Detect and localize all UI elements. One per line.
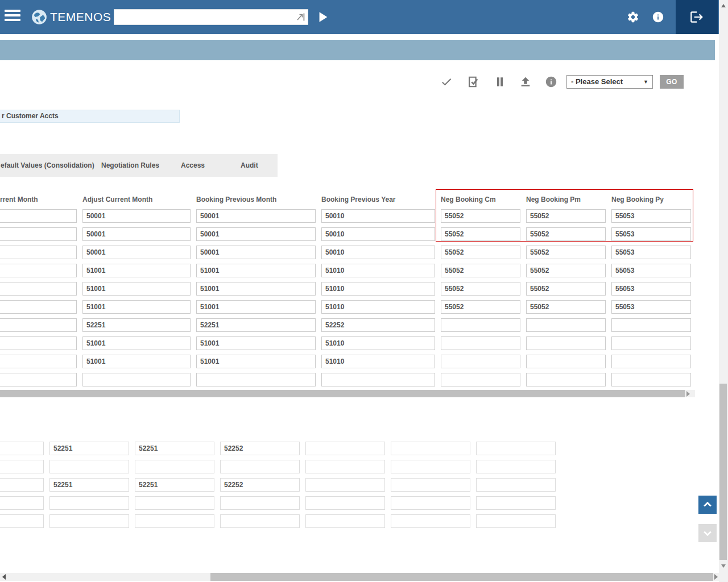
grid2-cell[interactable]	[0, 460, 44, 473]
play-icon[interactable]	[317, 10, 329, 24]
grid1-cell[interactable]	[441, 282, 520, 296]
command-search-input[interactable]	[114, 9, 308, 25]
grid1-cell[interactable]	[82, 336, 191, 350]
grid2-cell[interactable]	[391, 442, 470, 455]
hamburger-menu-button[interactable]	[5, 10, 22, 24]
grid1-cell[interactable]	[526, 264, 606, 277]
scroll-right-arrow-icon[interactable]	[686, 391, 690, 397]
grid1-cell[interactable]	[196, 264, 316, 277]
grid2-cell[interactable]	[135, 514, 214, 528]
grid2-cell[interactable]	[135, 496, 214, 510]
grid1-cell[interactable]	[321, 209, 435, 223]
grid2-cell[interactable]	[476, 514, 556, 528]
grid2-cell[interactable]	[135, 442, 214, 455]
grid1-cell[interactable]	[196, 336, 316, 350]
grid1-cell[interactable]	[611, 336, 691, 350]
info-icon[interactable]	[652, 11, 664, 23]
grid1-cell[interactable]	[0, 209, 77, 223]
grid1-cell[interactable]	[0, 300, 77, 314]
grid1-cell[interactable]	[611, 355, 691, 368]
grid1-cell[interactable]	[526, 282, 606, 296]
grid1-cell[interactable]	[196, 282, 316, 296]
grid1-cell[interactable]	[82, 227, 191, 241]
grid1-cell[interactable]	[0, 336, 77, 350]
grid2-cell[interactable]	[0, 514, 44, 528]
grid1-cell[interactable]	[611, 282, 691, 296]
grid2-cell[interactable]	[220, 442, 300, 455]
grid2-cell[interactable]	[49, 478, 129, 492]
grid1-cell[interactable]	[526, 373, 606, 386]
grid1-cell[interactable]	[611, 373, 691, 386]
grid1-cell[interactable]	[611, 246, 691, 259]
grid1-cell[interactable]	[82, 209, 191, 223]
grid1-cell[interactable]	[441, 227, 520, 241]
grid1-cell[interactable]	[526, 318, 606, 332]
grid1-cell[interactable]	[82, 282, 191, 296]
action-select-dropdown[interactable]: - Please Select ▼	[566, 75, 653, 89]
grid1-cell[interactable]	[611, 300, 691, 314]
grid1-cell[interactable]	[441, 300, 520, 314]
scroll-left-arrow-icon[interactable]	[2, 574, 6, 580]
grid1-cell[interactable]	[611, 264, 691, 277]
grid2-cell[interactable]	[305, 514, 385, 528]
grid2-cell[interactable]	[391, 478, 470, 492]
grid1-cell[interactable]	[321, 318, 435, 332]
grid1-cell[interactable]	[82, 246, 191, 259]
grid2-cell[interactable]	[476, 478, 556, 492]
scroll-right-arrow-icon[interactable]	[714, 574, 718, 580]
grid2-cell[interactable]	[220, 478, 300, 492]
grid1-cell[interactable]	[321, 300, 435, 314]
grid1-cell[interactable]	[196, 355, 316, 368]
scroll-up-arrow-icon[interactable]	[721, 4, 726, 7]
signout-button[interactable]	[676, 0, 718, 34]
grid1-cell[interactable]	[82, 355, 191, 368]
grid2-cell[interactable]	[49, 496, 129, 510]
tab-access[interactable]: Access	[181, 154, 205, 177]
hold-pause-icon[interactable]	[494, 76, 506, 88]
go-button[interactable]: GO	[660, 75, 684, 89]
grid1-cell[interactable]	[0, 282, 77, 296]
grid1-cell[interactable]	[441, 355, 520, 368]
grid1-cell[interactable]	[526, 300, 606, 314]
grid2-cell[interactable]	[305, 478, 385, 492]
grid1-cell[interactable]	[0, 264, 77, 277]
scrollbar-thumb[interactable]	[0, 390, 685, 397]
grid1-cell[interactable]	[526, 336, 606, 350]
grid2-cell[interactable]	[135, 460, 214, 473]
grid1-cell[interactable]	[441, 264, 520, 277]
grid1-cell[interactable]	[196, 318, 316, 332]
grid2-cell[interactable]	[305, 460, 385, 473]
validate-document-icon[interactable]	[467, 76, 479, 88]
tab-default-values[interactable]: efault Values (Consolidation)	[1, 154, 94, 177]
tab-negotiation-rules[interactable]: Negotiation Rules	[101, 154, 159, 177]
grid1-cell[interactable]	[196, 373, 316, 386]
grid2-cell[interactable]	[49, 442, 129, 455]
grid2-cell[interactable]	[391, 514, 470, 528]
grid1-cell[interactable]	[0, 355, 77, 368]
grid2-cell[interactable]	[220, 496, 300, 510]
grid1-cell[interactable]	[321, 373, 435, 386]
grid1-cell[interactable]	[526, 227, 606, 241]
grid1-cell[interactable]	[441, 336, 520, 350]
grid1-cell[interactable]	[611, 227, 691, 241]
grid2-cell[interactable]	[305, 496, 385, 510]
grid2-cell[interactable]	[391, 460, 470, 473]
grid1-cell[interactable]	[321, 264, 435, 277]
grid1-cell[interactable]	[0, 373, 77, 386]
grid1-cell[interactable]	[0, 227, 77, 241]
grid2-cell[interactable]	[0, 478, 44, 492]
grid1-cell[interactable]	[82, 264, 191, 277]
grid1-cell[interactable]	[196, 300, 316, 314]
grid2-cell[interactable]	[0, 442, 44, 455]
grid1-cell[interactable]	[526, 246, 606, 259]
grid1-cell[interactable]	[196, 209, 316, 223]
grid2-cell[interactable]	[476, 496, 556, 510]
scroll-down-arrow-icon[interactable]	[721, 564, 726, 568]
vertical-scrollbar-thumb[interactable]	[719, 384, 727, 560]
grid2-cell[interactable]	[476, 460, 556, 473]
grid2-cell[interactable]	[0, 496, 44, 510]
grid1-cell[interactable]	[196, 227, 316, 241]
info-circle-icon[interactable]	[545, 76, 557, 88]
grid2-cell[interactable]	[220, 514, 300, 528]
grid1-cell[interactable]	[196, 246, 316, 259]
